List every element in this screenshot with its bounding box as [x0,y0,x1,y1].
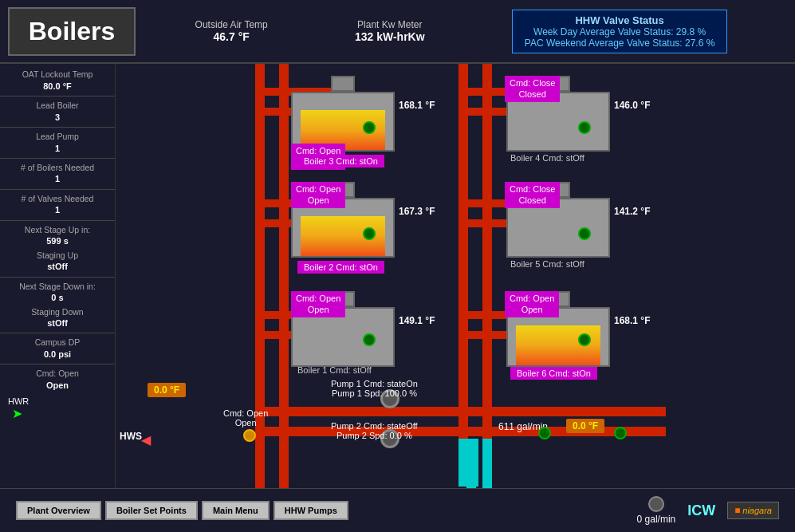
lead-pump: Lead Pump 1 [0,130,115,156]
diagram-area: Cmd: OpenOpen Boiler 3 Cmd: stOn 168.1 °… [116,64,795,506]
hhw-pumps-button[interactable]: HHW Pumps [274,501,348,520]
hws-label: HWS [120,431,142,442]
svg-rect-3 [482,64,492,439]
boiler-5-valve [578,227,591,240]
flow-valve-right [538,427,551,439]
hws-temp-display: 0.0 °F [566,419,604,433]
main-menu-button[interactable]: Main Menu [202,501,270,520]
hhw-valve-status: HHW Valve Status Week Day Average Valve … [512,10,728,53]
svg-rect-23 [482,439,492,495]
svg-rect-18 [387,407,490,416]
svg-rect-20 [482,407,666,416]
next-stage-down: Next Stage Down in: 0 s [0,280,115,305]
boiler-4-label: Boiler 4 Cmd: stOff [510,153,584,163]
pump-icon [648,496,664,512]
boiler-2-valve [363,227,376,240]
num-boilers: # of Boilers Needed 1 [0,161,115,187]
boiler-2-cmd-box: Cmd: OpenOpen [291,182,345,208]
num-valves: # of Valves Needed 1 [0,192,115,218]
boiler-2-label: Boiler 2 Cmd: stOn [297,261,384,274]
pump-2-label: Pump 2 Cmd: stateOff Pump 2 Spd: 0.0 % [331,421,418,440]
hwr-arrow-icon: ➤ [12,406,107,421]
boiler-3-unit [291,76,395,152]
outside-air-temp: Outside Air Temp 46.7 °F [195,19,268,43]
boiler-5-label: Boiler 5 Cmd: stOff [510,259,584,269]
boiler-3-chimney [331,76,355,92]
boiler-1-cmd-box: Cmd: OpenOpen [291,291,345,317]
boiler-1-valve [363,333,376,346]
pump-section-valve [243,429,256,442]
boiler-3-temp: 168.1 °F [399,100,435,111]
boiler-6-label: Boiler 6 Cmd: stOn [510,367,597,380]
icw-pipe-indicator2 [470,439,478,487]
icw-pipe-indicator [459,439,466,487]
sidebar: OAT Lockout Temp 80.0 °F Lead Boiler 3 L… [0,64,116,506]
boiler-4-cmd-box: Cmd: CloseClosed [505,76,560,102]
staging-down: Staging Down stOff [0,305,115,331]
cmd-open-sidebar: Cmd: Open Open [0,367,115,392]
main-content: OAT Lockout Temp 80.0 °F Lead Boiler 3 L… [0,64,795,506]
svg-rect-2 [459,64,468,439]
boiler-3-valve [363,121,376,134]
flow-gal-label: 0 gal/min [637,496,676,525]
boiler-4-temp: 146.0 °F [614,100,651,111]
boiler-6-temp: 168.1 °F [614,315,651,326]
boiler-1-label: Boiler 1 Cmd: stOff [297,365,372,375]
footer-right: 0 gal/min ICW ■ niagara [637,496,779,525]
hwr-label: HWR [8,396,107,406]
boiler-6-cmd-box: Cmd: OpenOpen [505,291,559,317]
oat-lockout: OAT Lockout Temp 80.0 °F [0,68,115,93]
lead-boiler: Lead Boiler 3 [0,99,115,124]
hwr-temp-display: 0.0 °F [148,383,186,397]
header: Boilers Outside Air Temp 46.7 °F Plant K… [0,0,795,64]
plant-overview-button[interactable]: Plant Overview [16,501,101,520]
footer-buttons: Plant Overview Boiler Set Points Main Me… [16,501,348,520]
plant-kw-meter: Plant Kw Meter 132 kW-hrKw [355,19,425,43]
pump-cmd-box: Cmd: OpenOpen [223,408,268,428]
boiler-5-temp: 141.2 °F [614,206,651,217]
boiler-1-temp: 149.1 °F [399,315,435,326]
next-stage-up: Next Stage Up in: 599 s [0,223,115,249]
pipe-diagram [116,64,795,506]
header-info: Outside Air Temp 46.7 °F Plant Kw Meter … [136,10,787,53]
staging-up: Staging Up stOff [0,249,115,274]
footer: Plant Overview Boiler Set Points Main Me… [0,488,795,532]
boiler-5-cmd-box: Cmd: CloseClosed [505,182,560,208]
boiler-6-fire [516,325,600,365]
boiler-2-temp: 167.3 °F [399,206,435,217]
page-title: Boilers [8,7,136,56]
boiler-3-label: Boiler 3 Cmd: stOn [297,155,384,167]
pump-1-label: Pump 1 Cmd: stateOn Pump 1 Spd: 100.0 % [331,379,418,398]
flow-valve-right2 [614,427,627,439]
boiler-4-valve [578,121,591,134]
icw-label: ICW [687,502,715,519]
boiler-3-box [291,92,395,152]
hws-arrow-icon: ◀ [141,432,151,447]
campus-dp: Campus DP 0.0 psi [0,336,115,361]
boiler-set-points-button[interactable]: Boiler Set Points [105,501,198,520]
logo: ■ niagara [727,502,779,519]
boiler-6-valve [578,333,591,346]
